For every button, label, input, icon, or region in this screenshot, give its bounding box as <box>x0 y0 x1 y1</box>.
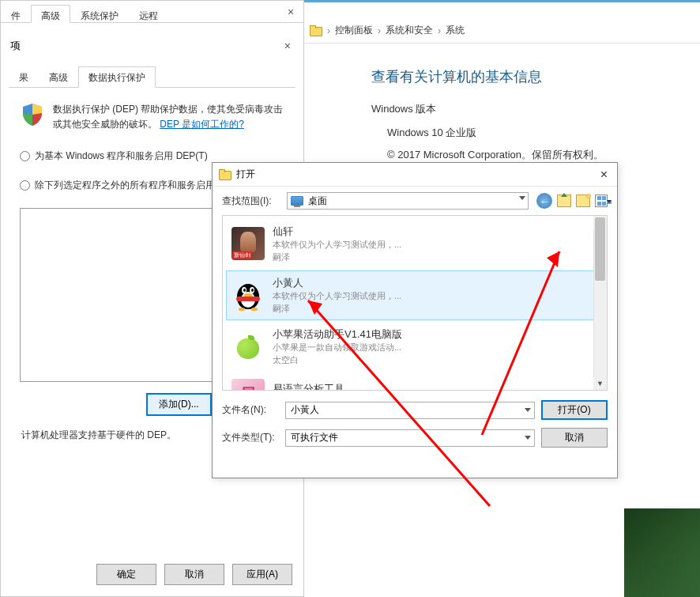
file-name: 小苹果活动助手V1.41电脑版 <box>273 327 598 342</box>
perf-options-title: 项 <box>10 39 21 53</box>
folder-icon <box>219 169 231 180</box>
breadcrumb-control-panel[interactable]: 控制面板 <box>335 24 373 37</box>
copyright-text: © 2017 Microsoft Corporation。保留所有权利。 <box>371 148 676 162</box>
scroll-thumb[interactable] <box>595 217 605 281</box>
scrollbar[interactable]: ▲ ▼ <box>593 216 607 390</box>
chevron-right-icon: › <box>378 25 381 36</box>
file-author: 嗣泽 <box>273 303 598 315</box>
filetype-label: 文件类型(T): <box>222 431 279 444</box>
open-button[interactable]: 打开(O) <box>541 400 608 420</box>
list-item[interactable]: 小黃人 本软件仅为个人学习测试使用，... 嗣泽 <box>226 270 604 320</box>
lookin-value: 桌面 <box>308 195 327 208</box>
breadcrumb-system[interactable]: 系统 <box>446 24 465 37</box>
file-desc: 本软件仅为个人学习测试使用，... <box>273 239 598 251</box>
filename-label: 文件名(N): <box>222 403 279 417</box>
chevron-down-icon <box>525 436 531 440</box>
page-title: 查看有关计算机的基本信息 <box>371 67 676 86</box>
app-icon-xianxuan: 新仙剑 <box>231 227 265 260</box>
tab-remote[interactable]: 远程 <box>129 5 168 23</box>
lookin-combo[interactable]: 桌面 <box>287 192 529 210</box>
dialog-title: 打开 <box>236 168 255 181</box>
add-button[interactable]: 添加(D)... <box>146 393 212 416</box>
radio-label: 为基本 Windows 程序和服务启用 DEP(T) <box>35 149 208 163</box>
ok-button[interactable]: 确定 <box>96 564 156 585</box>
cancel-button[interactable]: 取消 <box>541 428 608 448</box>
close-icon[interactable]: × <box>597 168 611 182</box>
chevron-right-icon: › <box>438 25 441 36</box>
app-icon-eyuyan: 易 <box>231 379 265 391</box>
tab-system-protection[interactable]: 系统保护 <box>70 5 129 23</box>
app-icon-apple <box>231 330 265 363</box>
filename-value: 小黃人 <box>291 403 319 417</box>
file-open-dialog: 打开 × 查找范围(I): 桌面 ← 新仙剑 仙轩 本软件仅为个人学习测试使用，… <box>212 162 618 478</box>
file-author: 嗣泽 <box>273 251 598 263</box>
perf-tabs: 果 高级 数据执行保护 <box>9 66 295 88</box>
tab-visual-effects[interactable]: 果 <box>9 66 39 88</box>
lookin-label: 查找范围(I): <box>222 195 279 208</box>
chevron-down-icon <box>519 196 525 200</box>
list-item[interactable]: 新仙剑 仙轩 本软件仅为个人学习测试使用，... 嗣泽 <box>226 219 604 269</box>
close-icon[interactable]: × <box>284 40 291 52</box>
shield-icon <box>20 102 45 127</box>
up-folder-icon[interactable] <box>557 195 571 207</box>
dep-description: 数据执行保护 (DEP) 帮助保护数据，使其免受病毒攻击或其他安全威胁的破坏。 … <box>53 102 284 132</box>
chevron-down-icon <box>525 408 531 412</box>
close-icon[interactable]: × <box>283 6 299 21</box>
file-name: 仙轩 <box>273 225 598 239</box>
scroll-down-icon[interactable]: ▼ <box>593 376 607 390</box>
file-list[interactable]: 新仙剑 仙轩 本软件仅为个人学习测试使用，... 嗣泽 小黃人 本软件仅为个人学… <box>222 215 608 391</box>
radio-input[interactable] <box>20 180 30 191</box>
view-mode-icon[interactable] <box>595 195 608 207</box>
tab-dep[interactable]: 数据执行保护 <box>78 66 156 88</box>
dep-radio-basic[interactable]: 为基本 Windows 程序和服务启用 DEP(T) <box>20 149 284 163</box>
list-item[interactable]: 小苹果活动助手V1.41电脑版 小苹果是一款自动领取游戏活动... 太空白 <box>226 322 604 372</box>
tab-hardware[interactable]: 件 <box>1 5 31 23</box>
filetype-combo[interactable]: 可执行文件 <box>285 429 535 447</box>
desktop-wallpaper: .T·C 社区 www.tcsqw.com <box>624 508 700 597</box>
folder-icon <box>310 25 322 36</box>
app-icon-qq-penguin <box>231 278 265 312</box>
radio-input[interactable] <box>20 151 30 161</box>
filetype-value: 可执行文件 <box>291 431 338 444</box>
breadcrumb-system-security[interactable]: 系统和安全 <box>386 24 433 37</box>
new-folder-icon[interactable] <box>576 195 590 207</box>
edition-value: Windows 10 企业版 <box>371 126 676 140</box>
file-name: 易语言分析工具 <box>273 382 598 391</box>
system-titlebar: 全\系统 <box>300 2 700 18</box>
list-item[interactable]: 易 易语言分析工具 EPRG <box>226 373 604 391</box>
back-icon[interactable]: ← <box>536 193 552 209</box>
sysprops-tabs: 件 高级 系统保护 远程 <box>1 1 303 23</box>
edition-label: Windows 版本 <box>371 102 676 116</box>
tab-advanced[interactable]: 高级 <box>31 5 70 23</box>
cancel-button[interactable]: 取消 <box>164 564 224 585</box>
file-name: 小黃人 <box>273 276 598 290</box>
file-desc: 本软件仅为个人学习测试使用，... <box>273 290 598 302</box>
file-author: 太空白 <box>273 354 598 366</box>
desktop-icon <box>291 196 303 206</box>
filename-field[interactable]: 小黃人 <box>285 402 535 419</box>
dep-help-link[interactable]: DEP 是如何工作的? <box>160 119 243 130</box>
chevron-right-icon: › <box>327 25 330 36</box>
breadcrumb: › 控制面板 › 系统和安全 › 系统 <box>300 18 700 43</box>
file-desc: 小苹果是一款自动领取游戏活动... <box>273 342 598 353</box>
apply-button[interactable]: 应用(A) <box>232 564 292 585</box>
tab-advanced-perf[interactable]: 高级 <box>39 66 78 88</box>
